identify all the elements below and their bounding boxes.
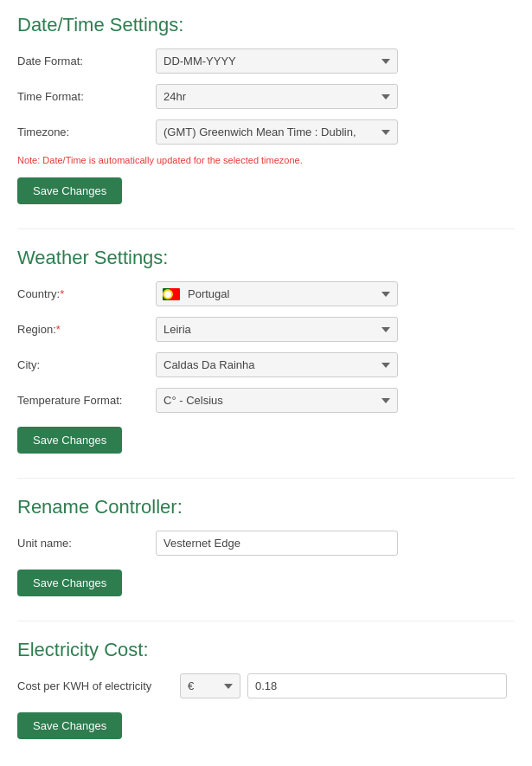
rename-section: Rename Controller: Unit name: Save Chang… (17, 496, 515, 596)
date-format-control: DD-MM-YYYY MM-DD-YYYY YYYY-MM-DD (156, 48, 398, 74)
temp-format-select[interactable]: C° - Celsius F° - Fahrenheit (156, 388, 398, 413)
divider-3 (17, 621, 515, 621)
city-row: City: Caldas Da Rainha Leiria Marinha Gr… (17, 352, 515, 377)
datetime-save-button[interactable]: Save Changes (17, 177, 122, 204)
time-format-label: Time Format: (17, 90, 156, 103)
unit-name-row: Unit name: (17, 531, 515, 556)
date-format-row: Date Format: DD-MM-YYYY MM-DD-YYYY YYYY-… (17, 48, 515, 74)
weather-save-button[interactable]: Save Changes (17, 427, 122, 454)
country-control: Portugal United Kingdom Spain France (156, 281, 398, 306)
city-select[interactable]: Caldas Da Rainha Leiria Marinha Grande (156, 352, 398, 377)
unit-name-input[interactable] (156, 531, 398, 556)
weather-section: Weather Settings: Country:* Portugal Uni… (17, 247, 515, 454)
date-format-label: Date Format: (17, 55, 156, 68)
datetime-section: Date/Time Settings: Date Format: DD-MM-Y… (17, 14, 515, 204)
rename-save-button[interactable]: Save Changes (17, 570, 122, 596)
country-select[interactable]: Portugal United Kingdom Spain France (156, 281, 398, 306)
currency-select[interactable]: € $ £ (180, 673, 240, 698)
unit-name-control (156, 531, 398, 556)
temp-format-row: Temperature Format: C° - Celsius F° - Fa… (17, 388, 515, 413)
divider-1 (17, 229, 515, 229)
divider-2 (17, 478, 515, 479)
country-label: Country:* (17, 287, 156, 300)
timezone-select[interactable]: (GMT) Greenwich Mean Time : Dublin, (GMT… (156, 119, 398, 145)
region-row: Region:* Leiria Lisbon Porto Faro (17, 317, 515, 342)
temp-format-label: Temperature Format: (17, 394, 156, 407)
time-format-select[interactable]: 24hr 12hr (156, 84, 398, 109)
rename-title: Rename Controller: (17, 496, 515, 518)
timezone-control: (GMT) Greenwich Mean Time : Dublin, (GMT… (156, 119, 398, 145)
region-select[interactable]: Leiria Lisbon Porto Faro (156, 317, 398, 342)
electricity-cost-row: Cost per KWH of electricity € $ £ (17, 673, 515, 698)
datetime-title: Date/Time Settings: (17, 14, 515, 36)
timezone-label: Timezone: (17, 126, 156, 138)
electricity-section: Electricity Cost: Cost per KWH of electr… (17, 639, 515, 739)
date-format-select[interactable]: DD-MM-YYYY MM-DD-YYYY YYYY-MM-DD (156, 48, 398, 74)
unit-name-label: Unit name: (17, 537, 156, 550)
temp-format-control: C° - Celsius F° - Fahrenheit (156, 388, 398, 413)
time-format-control: 24hr 12hr (156, 84, 398, 109)
datetime-note: Note: Date/Time is automatically updated… (17, 155, 515, 165)
weather-title: Weather Settings: (17, 247, 515, 269)
electricity-save-button[interactable]: Save Changes (17, 712, 122, 739)
electricity-cost-label: Cost per KWH of electricity (17, 679, 173, 692)
electricity-title: Electricity Cost: (17, 639, 515, 661)
cost-input[interactable] (247, 673, 507, 698)
region-label: Region:* (17, 323, 156, 336)
region-control: Leiria Lisbon Porto Faro (156, 317, 398, 342)
city-label: City: (17, 358, 156, 371)
cost-input-control (247, 673, 507, 698)
country-row: Country:* Portugal United Kingdom Spain … (17, 281, 515, 306)
currency-control: € $ £ (180, 673, 240, 698)
time-format-row: Time Format: 24hr 12hr (17, 84, 515, 109)
city-control: Caldas Da Rainha Leiria Marinha Grande (156, 352, 398, 377)
timezone-row: Timezone: (GMT) Greenwich Mean Time : Du… (17, 119, 515, 145)
